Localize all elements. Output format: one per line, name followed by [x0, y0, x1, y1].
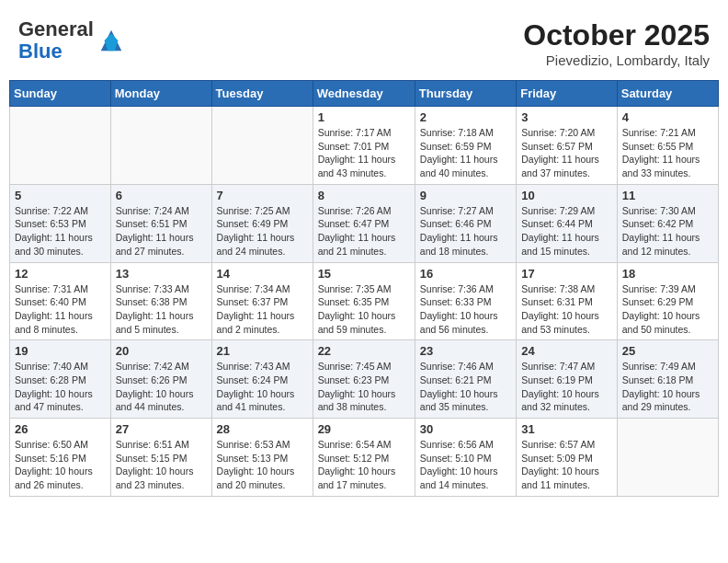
day-number: 5 [15, 189, 106, 202]
day-info: Sunrise: 7:27 AM Sunset: 6:46 PM Dayligh… [420, 204, 511, 259]
day-number: 4 [622, 110, 713, 124]
weekday-header-wednesday: Wednesday [313, 81, 415, 107]
calendar-day-cell: 13Sunrise: 7:33 AM Sunset: 6:38 PM Dayli… [110, 262, 211, 340]
day-info: Sunrise: 6:53 AM Sunset: 5:13 PM Dayligh… [217, 438, 308, 492]
title-block: October 2025 Pievedizio, Lombardy, Italy [523, 18, 710, 68]
calendar-day-cell: 9Sunrise: 7:27 AM Sunset: 6:46 PM Daylig… [415, 184, 516, 262]
day-info: Sunrise: 7:42 AM Sunset: 6:26 PM Dayligh… [116, 360, 207, 414]
calendar-day-cell: 25Sunrise: 7:49 AM Sunset: 6:18 PM Dayli… [617, 340, 718, 419]
day-number: 17 [521, 267, 612, 281]
day-info: Sunrise: 6:51 AM Sunset: 5:15 PM Dayligh… [116, 438, 207, 492]
calendar-day-cell: 27Sunrise: 6:51 AM Sunset: 5:15 PM Dayli… [110, 419, 211, 497]
day-number: 19 [15, 344, 106, 358]
day-info: Sunrise: 7:26 AM Sunset: 6:47 PM Dayligh… [318, 204, 410, 259]
day-info: Sunrise: 6:57 AM Sunset: 5:09 PM Dayligh… [521, 438, 612, 492]
calendar-day-cell: 24Sunrise: 7:47 AM Sunset: 6:19 PM Dayli… [517, 340, 618, 419]
calendar-week-row: 5Sunrise: 7:22 AM Sunset: 6:53 PM Daylig… [10, 184, 719, 262]
calendar: SundayMondayTuesdayWednesdayThursdayFrid… [9, 80, 719, 497]
day-number: 22 [318, 344, 410, 358]
calendar-day-cell: 19Sunrise: 7:40 AM Sunset: 6:28 PM Dayli… [10, 340, 111, 419]
calendar-day-cell [211, 107, 313, 185]
day-number: 11 [622, 189, 713, 202]
day-number: 6 [116, 189, 207, 202]
day-number: 7 [217, 189, 308, 202]
day-info: Sunrise: 7:33 AM Sunset: 6:38 PM Dayligh… [116, 282, 207, 337]
day-info: Sunrise: 7:25 AM Sunset: 6:49 PM Dayligh… [217, 204, 308, 259]
calendar-day-cell: 11Sunrise: 7:30 AM Sunset: 6:42 PM Dayli… [617, 184, 718, 262]
location: Pievedizio, Lombardy, Italy [523, 52, 710, 68]
day-number: 21 [217, 344, 308, 358]
day-number: 15 [318, 267, 410, 281]
day-info: Sunrise: 7:30 AM Sunset: 6:42 PM Dayligh… [622, 204, 713, 259]
day-number: 14 [217, 267, 308, 281]
weekday-header-thursday: Thursday [415, 81, 516, 107]
day-number: 9 [420, 189, 511, 202]
calendar-day-cell: 22Sunrise: 7:45 AM Sunset: 6:23 PM Dayli… [313, 340, 415, 419]
calendar-day-cell: 26Sunrise: 6:50 AM Sunset: 5:16 PM Dayli… [10, 419, 111, 497]
day-number: 12 [15, 267, 106, 281]
day-number: 2 [420, 110, 511, 124]
day-number: 24 [521, 344, 612, 358]
day-info: Sunrise: 7:38 AM Sunset: 6:31 PM Dayligh… [521, 282, 612, 337]
day-info: Sunrise: 7:29 AM Sunset: 6:44 PM Dayligh… [521, 204, 612, 259]
logo-icon [97, 27, 125, 54]
calendar-day-cell: 12Sunrise: 7:31 AM Sunset: 6:40 PM Dayli… [10, 262, 111, 340]
day-info: Sunrise: 7:43 AM Sunset: 6:24 PM Dayligh… [217, 360, 308, 414]
calendar-day-cell: 28Sunrise: 6:53 AM Sunset: 5:13 PM Dayli… [211, 419, 313, 497]
day-number: 25 [622, 344, 713, 358]
day-number: 26 [15, 422, 106, 436]
weekday-header-saturday: Saturday [617, 81, 718, 107]
calendar-day-cell: 20Sunrise: 7:42 AM Sunset: 6:26 PM Dayli… [110, 340, 211, 419]
day-info: Sunrise: 7:35 AM Sunset: 6:35 PM Dayligh… [318, 282, 410, 337]
day-info: Sunrise: 7:31 AM Sunset: 6:40 PM Dayligh… [15, 282, 106, 337]
calendar-day-cell [10, 107, 111, 185]
day-number: 13 [116, 267, 207, 281]
weekday-header-row: SundayMondayTuesdayWednesdayThursdayFrid… [10, 81, 719, 107]
weekday-header-sunday: Sunday [10, 81, 111, 107]
day-info: Sunrise: 7:45 AM Sunset: 6:23 PM Dayligh… [318, 360, 410, 414]
calendar-day-cell [110, 107, 211, 185]
day-number: 16 [420, 267, 511, 281]
calendar-week-row: 26Sunrise: 6:50 AM Sunset: 5:16 PM Dayli… [10, 419, 719, 497]
calendar-day-cell: 5Sunrise: 7:22 AM Sunset: 6:53 PM Daylig… [10, 184, 111, 262]
day-number: 20 [116, 344, 207, 358]
calendar-day-cell: 29Sunrise: 6:54 AM Sunset: 5:12 PM Dayli… [313, 419, 415, 497]
calendar-day-cell: 6Sunrise: 7:24 AM Sunset: 6:51 PM Daylig… [110, 184, 211, 262]
day-info: Sunrise: 7:21 AM Sunset: 6:55 PM Dayligh… [622, 126, 713, 180]
calendar-day-cell: 3Sunrise: 7:20 AM Sunset: 6:57 PM Daylig… [517, 107, 618, 185]
calendar-day-cell: 17Sunrise: 7:38 AM Sunset: 6:31 PM Dayli… [517, 262, 618, 340]
page-header: General Blue October 2025 Pievedizio, Lo… [9, 9, 719, 73]
calendar-day-cell: 15Sunrise: 7:35 AM Sunset: 6:35 PM Dayli… [313, 262, 415, 340]
calendar-day-cell: 30Sunrise: 6:56 AM Sunset: 5:10 PM Dayli… [415, 419, 516, 497]
calendar-week-row: 19Sunrise: 7:40 AM Sunset: 6:28 PM Dayli… [10, 340, 719, 419]
day-number: 18 [622, 267, 713, 281]
day-number: 1 [318, 110, 410, 124]
day-info: Sunrise: 6:54 AM Sunset: 5:12 PM Dayligh… [318, 438, 410, 492]
weekday-header-friday: Friday [517, 81, 618, 107]
day-info: Sunrise: 7:17 AM Sunset: 7:01 PM Dayligh… [318, 126, 410, 180]
calendar-day-cell: 7Sunrise: 7:25 AM Sunset: 6:49 PM Daylig… [211, 184, 313, 262]
day-number: 29 [318, 422, 410, 436]
day-info: Sunrise: 7:20 AM Sunset: 6:57 PM Dayligh… [521, 126, 612, 180]
day-info: Sunrise: 7:24 AM Sunset: 6:51 PM Dayligh… [116, 204, 207, 259]
day-info: Sunrise: 6:56 AM Sunset: 5:10 PM Dayligh… [420, 438, 511, 492]
calendar-day-cell: 21Sunrise: 7:43 AM Sunset: 6:24 PM Dayli… [211, 340, 313, 419]
day-info: Sunrise: 7:36 AM Sunset: 6:33 PM Dayligh… [420, 282, 511, 337]
day-number: 23 [420, 344, 511, 358]
weekday-header-tuesday: Tuesday [211, 81, 313, 107]
calendar-day-cell: 4Sunrise: 7:21 AM Sunset: 6:55 PM Daylig… [617, 107, 718, 185]
weekday-header-monday: Monday [110, 81, 211, 107]
day-info: Sunrise: 7:34 AM Sunset: 6:37 PM Dayligh… [217, 282, 308, 337]
calendar-day-cell: 1Sunrise: 7:17 AM Sunset: 7:01 PM Daylig… [313, 107, 415, 185]
month-year: October 2025 [523, 18, 710, 52]
day-info: Sunrise: 7:47 AM Sunset: 6:19 PM Dayligh… [521, 360, 612, 414]
calendar-day-cell: 16Sunrise: 7:36 AM Sunset: 6:33 PM Dayli… [415, 262, 516, 340]
calendar-week-row: 1Sunrise: 7:17 AM Sunset: 7:01 PM Daylig… [10, 107, 719, 185]
day-info: Sunrise: 7:46 AM Sunset: 6:21 PM Dayligh… [420, 360, 511, 414]
calendar-day-cell [617, 419, 718, 497]
day-number: 8 [318, 189, 410, 202]
logo-general: General [18, 18, 94, 40]
day-number: 3 [521, 110, 612, 124]
day-info: Sunrise: 6:50 AM Sunset: 5:16 PM Dayligh… [15, 438, 106, 492]
calendar-day-cell: 2Sunrise: 7:18 AM Sunset: 6:59 PM Daylig… [415, 107, 516, 185]
